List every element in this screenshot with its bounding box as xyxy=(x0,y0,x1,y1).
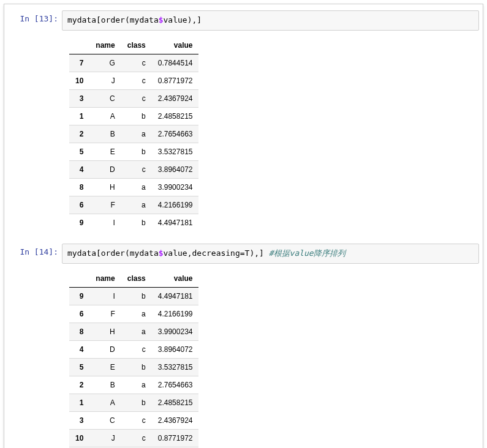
cell-name: H xyxy=(89,178,121,196)
table-row: 6Fa4.2166199 xyxy=(69,305,198,323)
output-cell-14: name class value 9Ib4.49471816Fa4.216619… xyxy=(8,267,479,448)
code-input-14[interactable]: mydata[order(mydata$value,decreasing=T),… xyxy=(62,244,479,264)
cell-name: I xyxy=(89,214,121,231)
cell-value: 2.4367924 xyxy=(152,89,199,107)
cell-class: a xyxy=(121,376,152,394)
row-index: 7 xyxy=(69,54,89,72)
code-comment: #根据value降序排列 xyxy=(269,248,345,258)
table-row: 10Jc0.8771972 xyxy=(69,429,198,447)
code-token: value),] xyxy=(164,15,202,24)
row-index: 4 xyxy=(69,340,89,358)
cell-value: 0.7844514 xyxy=(152,54,199,72)
input-cell-14: In [14]: mydata[order(mydata$value,decre… xyxy=(8,241,479,266)
cell-value: 0.8771972 xyxy=(152,72,199,89)
code-token: value,decreasing=T),] xyxy=(164,248,269,258)
cell-value: 3.9900234 xyxy=(152,323,199,340)
cell-name: F xyxy=(89,305,121,323)
table-header: class xyxy=(121,270,152,288)
table-row: 4Dc3.8964072 xyxy=(69,340,198,358)
cell-class: a xyxy=(121,323,152,340)
cell-class: a xyxy=(121,178,152,196)
row-index: 5 xyxy=(69,143,89,160)
row-index: 2 xyxy=(69,376,89,394)
cell-value: 2.4367924 xyxy=(152,411,199,429)
cell-class: b xyxy=(121,143,152,160)
cell-class: c xyxy=(121,54,152,72)
table-row: 8Ha3.9900234 xyxy=(69,178,198,196)
table-header: value xyxy=(152,270,199,288)
table-header-index xyxy=(69,37,89,54)
table-header-row: name class value xyxy=(69,37,198,54)
notebook-container: In [13]: mydata[order(mydata$value),] na… xyxy=(4,4,483,448)
table-row: 7Gc0.7844514 xyxy=(69,54,198,72)
cell-class: a xyxy=(121,305,152,323)
cell-value: 2.7654663 xyxy=(152,125,199,143)
cell-name: D xyxy=(89,340,121,358)
code-token: mydata[order(mydata xyxy=(67,248,159,258)
cell-name: B xyxy=(89,125,121,143)
table-row: 2Ba2.7654663 xyxy=(69,125,198,143)
cell-value: 4.4947181 xyxy=(152,214,199,231)
table-header: name xyxy=(89,37,121,54)
row-index: 6 xyxy=(69,305,89,323)
cell-class: c xyxy=(121,89,152,107)
cell-class: c xyxy=(121,340,152,358)
cell-class: c xyxy=(121,429,152,447)
table-header-index xyxy=(69,270,89,288)
cell-value: 2.4858215 xyxy=(152,107,199,125)
cell-class: a xyxy=(121,196,152,214)
row-index: 3 xyxy=(69,411,89,429)
cell-name: J xyxy=(89,429,121,447)
row-index: 4 xyxy=(69,160,89,178)
row-index: 1 xyxy=(69,394,89,411)
row-index: 6 xyxy=(69,196,89,214)
table-header: value xyxy=(152,37,199,54)
row-index: 3 xyxy=(69,89,89,107)
table-row: 1Ab2.4858215 xyxy=(69,394,198,411)
cell-name: C xyxy=(89,411,121,429)
cell-class: b xyxy=(121,107,152,125)
row-index: 10 xyxy=(69,72,89,89)
cell-name: J xyxy=(89,72,121,89)
cell-value: 0.8771972 xyxy=(152,429,199,447)
input-cell-13: In [13]: mydata[order(mydata$value),] xyxy=(8,8,479,33)
cell-class: c xyxy=(121,72,152,89)
table-row: 1Ab2.4858215 xyxy=(69,107,198,125)
row-index: 5 xyxy=(69,358,89,376)
cell-class: b xyxy=(121,214,152,231)
cell-class: c xyxy=(121,411,152,429)
cell-value: 3.9900234 xyxy=(152,178,199,196)
cell-value: 4.2166199 xyxy=(152,305,199,323)
cell-name: C xyxy=(89,89,121,107)
cell-name: E xyxy=(89,143,121,160)
cell-value: 3.8964072 xyxy=(152,340,199,358)
cell-name: G xyxy=(89,54,121,72)
output-table-14: name class value 9Ib4.49471816Fa4.216619… xyxy=(69,270,198,448)
table-row: 2Ba2.7654663 xyxy=(69,376,198,394)
code-input-13[interactable]: mydata[order(mydata$value),] xyxy=(62,10,479,31)
table-row: 6Fa4.2166199 xyxy=(69,196,198,214)
table-header: class xyxy=(121,37,152,54)
table-row: 5Eb3.5327815 xyxy=(69,143,198,160)
cell-class: b xyxy=(121,358,152,376)
cell-name: H xyxy=(89,323,121,340)
table-row: 3Cc2.4367924 xyxy=(69,411,198,429)
table-row: 9Ib4.4947181 xyxy=(69,287,198,305)
row-index: 9 xyxy=(69,214,89,231)
input-prompt: In [13]: xyxy=(8,10,62,31)
table-row: 5Eb3.5327815 xyxy=(69,358,198,376)
cell-name: B xyxy=(89,376,121,394)
row-index: 10 xyxy=(69,429,89,447)
table-header: name xyxy=(89,270,121,288)
row-index: 8 xyxy=(69,323,89,340)
row-index: 1 xyxy=(69,107,89,125)
row-index: 8 xyxy=(69,178,89,196)
cell-name: A xyxy=(89,394,121,411)
cell-value: 4.4947181 xyxy=(152,287,199,305)
table-row: 4Dc3.8964072 xyxy=(69,160,198,178)
cell-class: b xyxy=(121,394,152,411)
cell-value: 3.5327815 xyxy=(152,358,199,376)
table-row: 8Ha3.9900234 xyxy=(69,323,198,340)
cell-class: a xyxy=(121,125,152,143)
cell-value: 4.2166199 xyxy=(152,196,199,214)
